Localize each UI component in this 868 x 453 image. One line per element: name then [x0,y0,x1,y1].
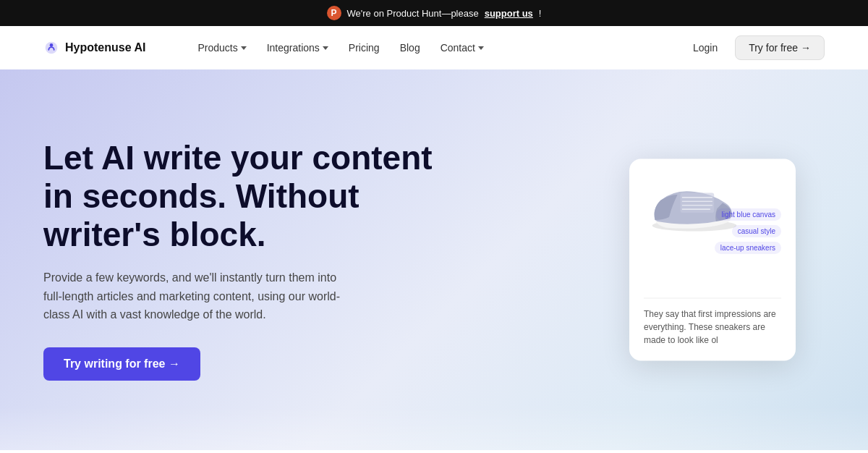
hero-title: Let AI write your content in seconds. Wi… [43,139,463,254]
products-chevron [241,46,247,50]
banner-suffix: ! [539,8,542,19]
support-link[interactable]: support us [485,8,533,19]
hero-cta-button[interactable]: Try writing for free → [43,347,200,381]
tag-1: light blue canvas [716,208,782,221]
shoe-image-area: light blue canvas casual style lace-up s… [644,174,781,289]
integrations-chevron [323,46,328,50]
svg-point-0 [50,43,54,47]
nav-pricing[interactable]: Pricing [340,38,388,58]
nav-integrations[interactable]: Integrations [258,38,337,58]
tag-2: casual style [732,225,781,237]
card-description: They say that first impressions are ever… [644,298,781,347]
nav-contact[interactable]: Contact [432,38,493,58]
hero-text-block: Let AI write your content in seconds. Wi… [43,139,463,380]
hero-section: Let AI write your content in seconds. Wi… [0,69,868,450]
nav-products[interactable]: Products [189,38,255,58]
contact-chevron [478,46,484,50]
try-for-free-button[interactable]: Try for free → [735,35,825,60]
nav-blog[interactable]: Blog [391,38,429,58]
logo[interactable]: Hypotenuse AI [43,40,145,56]
nav-right: Login Try for free → [684,35,825,60]
product-demo-card: light blue canvas casual style lace-up s… [629,159,796,361]
banner-text: We're on Product Hunt—please [347,8,479,19]
nav-links: Products Integrations Pricing Blog Conta… [189,38,684,58]
hero-subtitle: Provide a few keywords, and we'll instan… [43,268,347,324]
top-banner: P We're on Product Hunt—please support u… [0,0,868,26]
logo-text: Hypotenuse AI [65,41,145,54]
navbar: Hypotenuse AI Products Integrations Pric… [0,26,868,69]
logo-icon [43,40,59,56]
product-hunt-icon: P [327,6,341,20]
product-tags: light blue canvas casual style lace-up s… [715,208,781,254]
shoe-container: light blue canvas casual style lace-up s… [644,174,781,289]
tag-3: lace-up sneakers [715,242,781,254]
login-button[interactable]: Login [684,38,726,58]
